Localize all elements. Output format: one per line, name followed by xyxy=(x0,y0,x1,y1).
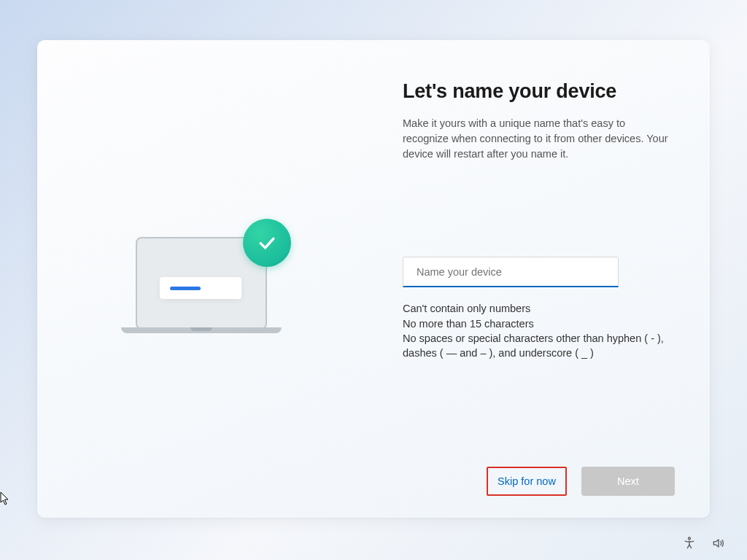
device-illustration xyxy=(121,230,318,376)
page-description: Make it yours with a unique name that's … xyxy=(403,116,673,162)
mouse-cursor-icon xyxy=(0,491,10,506)
rule-line-1: Can't contain only numbers xyxy=(403,302,673,316)
oobe-card: Let's name your device Make it yours wit… xyxy=(37,40,710,518)
rule-line-2: No more than 15 characters xyxy=(403,317,673,332)
device-name-field-wrap xyxy=(403,257,673,287)
accessibility-icon[interactable] xyxy=(681,535,697,551)
laptop-notch-shape xyxy=(190,327,212,331)
name-bar-shape xyxy=(160,277,241,299)
volume-icon[interactable] xyxy=(711,535,727,551)
name-line-shape xyxy=(170,287,201,290)
illustration-pane xyxy=(37,40,374,518)
page-title: Let's name your device xyxy=(403,80,673,103)
skip-button[interactable]: Skip for now xyxy=(487,467,567,496)
rule-line-3: No spaces or special characters other th… xyxy=(403,332,673,360)
next-button[interactable]: Next xyxy=(581,467,675,496)
checkmark-badge-icon xyxy=(243,219,291,267)
device-name-input[interactable] xyxy=(403,257,619,287)
system-tray xyxy=(681,535,727,551)
naming-rules: Can't contain only numbers No more than … xyxy=(403,302,673,361)
button-row: Skip for now Next xyxy=(487,467,675,496)
svg-point-0 xyxy=(689,537,691,540)
content-pane: Let's name your device Make it yours wit… xyxy=(374,40,710,518)
